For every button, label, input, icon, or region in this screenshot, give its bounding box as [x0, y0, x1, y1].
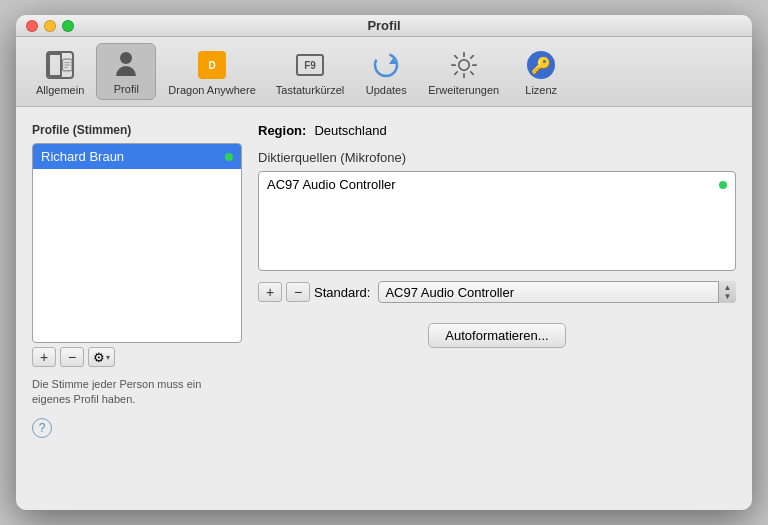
lizenz-icon: 🔑: [525, 49, 557, 81]
dropdown-arrow-icon: ▾: [106, 353, 110, 362]
mikrofon-item-ac97[interactable]: AC97 Audio Controller: [259, 172, 735, 197]
mikrofon-title: Diktierquellen (Mikrofone): [258, 150, 736, 165]
add-profile-button[interactable]: +: [32, 347, 56, 367]
tab-erweiterungen-label: Erweiterungen: [428, 84, 499, 96]
svg-point-4: [375, 54, 397, 76]
right-panel: Region: Deutschland Diktierquellen (Mikr…: [258, 123, 736, 494]
tab-profil-label: Profil: [114, 83, 139, 95]
tab-profil[interactable]: Profil: [96, 43, 156, 100]
gear-menu-button[interactable]: ⚙ ▾: [88, 347, 115, 367]
standard-label: Standard:: [314, 285, 370, 300]
main-window: Profil Allgemein: [16, 15, 752, 510]
region-value: Deutschland: [314, 123, 386, 138]
tab-dragon-anywhere[interactable]: D Dragon Anywhere: [160, 45, 263, 100]
tab-updates-label: Updates: [366, 84, 407, 96]
help-button[interactable]: ?: [32, 418, 52, 438]
autoformat-button[interactable]: Autoformatieren...: [428, 323, 565, 348]
tab-lizenz[interactable]: 🔑 Lizenz: [511, 45, 571, 100]
standard-select[interactable]: AC97 Audio Controller: [378, 281, 736, 303]
tastatur-icon: F9: [294, 49, 326, 81]
close-button[interactable]: [26, 20, 38, 32]
profiles-section-title: Profile (Stimmen): [32, 123, 242, 137]
maximize-button[interactable]: [62, 20, 74, 32]
remove-profile-button[interactable]: −: [60, 347, 84, 367]
standard-row: Standard: AC97 Audio Controller ▲ ▼: [314, 281, 736, 303]
remove-mikrofon-button[interactable]: −: [286, 282, 310, 302]
tab-tastaturkuerzel[interactable]: F9 Tastaturkürzel: [268, 45, 352, 100]
tab-lizenz-label: Lizenz: [525, 84, 557, 96]
toolbar: Allgemein Profil D Dragon Anywhere F9 Ta…: [16, 37, 752, 107]
left-panel: Profile (Stimmen) Richard Braun + − ⚙ ▾ …: [32, 123, 242, 494]
content-area: Profile (Stimmen) Richard Braun + − ⚙ ▾ …: [16, 107, 752, 510]
profile-list-controls: + − ⚙ ▾: [32, 347, 242, 367]
allgemein-icon: [44, 49, 76, 81]
updates-icon: [370, 49, 402, 81]
profile-status-dot: [225, 153, 233, 161]
mikrofon-list[interactable]: AC97 Audio Controller: [258, 171, 736, 271]
standard-select-wrapper: AC97 Audio Controller ▲ ▼: [378, 281, 736, 303]
tab-tastaturkuerzel-label: Tastaturkürzel: [276, 84, 344, 96]
help-note: Die Stimme jeder Person muss ein eigenes…: [32, 377, 242, 408]
window-title: Profil: [367, 18, 400, 33]
profile-list[interactable]: Richard Braun: [32, 143, 242, 343]
mikrofon-name: AC97 Audio Controller: [267, 177, 396, 192]
tab-allgemein-label: Allgemein: [36, 84, 84, 96]
dragon-icon: D: [196, 49, 228, 81]
titlebar: Profil: [16, 15, 752, 37]
tab-updates[interactable]: Updates: [356, 45, 416, 100]
profile-item-richard[interactable]: Richard Braun: [33, 144, 241, 169]
add-mikrofon-button[interactable]: +: [258, 282, 282, 302]
mikrofon-section: Diktierquellen (Mikrofone) AC97 Audio Co…: [258, 150, 736, 303]
profil-icon: [110, 48, 142, 80]
gear-icon: ⚙: [93, 350, 105, 365]
region-label: Region:: [258, 123, 306, 138]
traffic-lights: [26, 20, 74, 32]
mikrofon-controls: + − Standard: AC97 Audio Controller ▲ ▼: [258, 281, 736, 303]
profile-name: Richard Braun: [41, 149, 124, 164]
region-row: Region: Deutschland: [258, 123, 736, 138]
tab-dragon-label: Dragon Anywhere: [168, 84, 255, 96]
minimize-button[interactable]: [44, 20, 56, 32]
tab-allgemein[interactable]: Allgemein: [28, 45, 92, 100]
erweiterungen-icon: [448, 49, 480, 81]
tab-erweiterungen[interactable]: Erweiterungen: [420, 45, 507, 100]
mikrofon-status-dot: [719, 181, 727, 189]
